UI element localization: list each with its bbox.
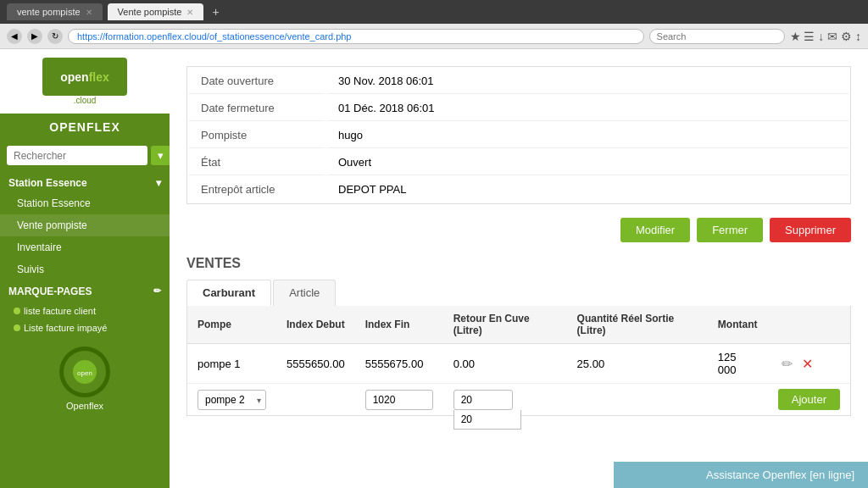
tab-2[interactable]: Vente pompiste ✕ [108, 3, 204, 20]
info-row-pompiste: Pompiste hugo [189, 123, 849, 148]
pompe-select-wrapper: pompe 1 pompe 2 pompe 3 ▾ [198, 390, 266, 410]
add-ajouter-cell: Ajouter [768, 384, 850, 416]
sidebar-search-input[interactable] [7, 146, 147, 165]
back-button[interactable]: ◀ [7, 29, 22, 44]
col-index-fin: Index Fin [355, 306, 443, 344]
bookmark-dot-1 [14, 308, 20, 314]
main-content: Date ouverture 30 Nov. 2018 06:01 Date f… [170, 49, 868, 488]
table-header-row: Pompe Index Debut Index Fin Retour En Cu… [187, 306, 850, 344]
add-montant-cell [708, 384, 768, 416]
sidebar-item-inventaire[interactable]: Inventaire [0, 236, 170, 258]
add-row: pompe 1 pompe 2 pompe 3 ▾ [187, 384, 850, 416]
retour-input-wrapper: 20 [453, 390, 513, 410]
browser-search-input[interactable] [649, 29, 785, 44]
sidebar-item-suivis[interactable]: Suivis [0, 258, 170, 280]
station-essence-section[interactable]: Station Essence ▾ [0, 170, 170, 192]
col-index-debut: Index Debut [276, 306, 355, 344]
ventes-title: VENTES [186, 256, 851, 271]
browser-nav-icons: ★ ☰ ↓ ✉ ⚙ ↕ [790, 30, 861, 43]
logo-cloud-text: .cloud [74, 96, 97, 105]
col-pompe: Pompe [187, 306, 276, 344]
tab-close-2[interactable]: ✕ [186, 8, 193, 17]
openflex-circle: open [59, 347, 110, 397]
refresh-button[interactable]: ↻ [47, 29, 63, 44]
tab-carburant[interactable]: Carburant [186, 280, 271, 306]
logo-image: openflex [42, 58, 127, 96]
edit-bookmarks-icon[interactable]: ✏ [153, 286, 161, 297]
tab-article[interactable]: Article [273, 280, 336, 306]
ventes-table-wrapper: Pompe Index Debut Index Fin Retour En Cu… [186, 306, 851, 416]
row-index-fin: 5555675.00 [355, 344, 443, 384]
index-fin-input[interactable] [365, 390, 433, 410]
browser-nav-bar: ◀ ▶ ↻ https://formation.openflex.cloud/o… [0, 24, 868, 49]
info-row-entrepot: Entrepôt article DEPOT PPAL [189, 177, 849, 202]
bookmark-facture-impaye[interactable]: Liste facture impayé [0, 319, 170, 336]
new-tab-button[interactable]: + [212, 5, 219, 19]
row-quantite: 25.00 [567, 344, 708, 384]
info-row-etat: État Ouvert [189, 150, 849, 175]
ajouter-button[interactable]: Ajouter [778, 389, 840, 410]
bookmark-dot-2 [14, 324, 20, 331]
col-retour: Retour En Cuve (Litre) [443, 306, 567, 344]
fermer-button[interactable]: Fermer [697, 218, 763, 242]
col-quantite: Quantité Réel Sortie (Litre) [567, 306, 708, 344]
info-row-date-ouverture: Date ouverture 30 Nov. 2018 06:01 [189, 69, 849, 94]
sidebar: openflex .cloud OPENFLEX ▾ Station Essen… [0, 49, 170, 488]
action-buttons: Modifier Fermer Supprimer [186, 218, 851, 242]
tab-close-1[interactable]: ✕ [86, 8, 92, 17]
sidebar-search-button[interactable]: ▾ [151, 146, 170, 165]
sidebar-item-station-essence[interactable]: Station Essence [0, 192, 170, 214]
row-action-btns: ✏ ✕ [768, 344, 850, 384]
row-retour: 0.00 [443, 344, 567, 384]
sidebar-search-area: ▾ [0, 141, 170, 170]
sidebar-bottom-logo: open Openflex [0, 336, 170, 421]
sidebar-item-vente-pompiste[interactable]: Vente pompiste [0, 214, 170, 236]
openflex-circle-inner: open [64, 351, 106, 393]
retour-input[interactable] [453, 390, 513, 410]
assistance-bar[interactable]: Assistance Openflex [en ligne] [614, 462, 868, 488]
svg-text:open: open [77, 369, 92, 377]
autocomplete-item-20[interactable]: 20 [454, 410, 520, 429]
browser-chrome: vente pompiste ✕ Vente pompiste ✕ + ◀ ▶ … [0, 0, 868, 49]
row-montant: 125 000 [708, 344, 768, 384]
supprimer-button[interactable]: Supprimer [770, 218, 851, 242]
ventes-tabs: Carburant Article [186, 280, 851, 306]
autocomplete-dropdown: 20 [453, 410, 521, 430]
modifier-button[interactable]: Modifier [620, 218, 690, 242]
add-quantite-cell [567, 384, 708, 416]
add-index-fin-cell [355, 384, 443, 416]
sidebar-logo: openflex .cloud [0, 49, 170, 114]
pompe-select[interactable]: pompe 1 pompe 2 pompe 3 [198, 390, 266, 410]
forward-button[interactable]: ▶ [27, 29, 42, 44]
row-pompe: pompe 1 [187, 344, 276, 384]
add-index-debut-cell [276, 384, 355, 416]
table-row: pompe 1 5555650.00 5555675.00 0.00 25.00… [187, 344, 850, 384]
info-row-date-fermeture: Date fermeture 01 Déc. 2018 06:01 [189, 96, 849, 121]
col-actions [768, 306, 850, 344]
add-pompe-cell: pompe 1 pompe 2 pompe 3 ▾ [187, 384, 276, 416]
add-retour-cell: 20 [443, 384, 567, 416]
sidebar-title: OPENFLEX [0, 114, 170, 141]
url-bar[interactable]: https://formation.openflex.cloud/of_stat… [68, 29, 644, 44]
openflex-bottom-label: Openflex [66, 401, 103, 411]
bookmark-liste-facture[interactable]: liste facture client [0, 302, 170, 319]
edit-row-button[interactable]: ✏ [778, 354, 796, 374]
row-index-debut: 5555650.00 [276, 344, 355, 384]
col-montant: Montant [708, 306, 768, 344]
browser-tab-bar: vente pompiste ✕ Vente pompiste ✕ + [0, 0, 868, 24]
tab-1[interactable]: vente pompiste ✕ [7, 3, 103, 20]
info-table: Date ouverture 30 Nov. 2018 06:01 Date f… [186, 66, 851, 204]
section-arrow: ▾ [156, 177, 161, 189]
delete-row-button[interactable]: ✕ [798, 354, 816, 374]
marque-pages-section: MARQUE-PAGES ✏ [0, 280, 170, 302]
ventes-table: Pompe Index Debut Index Fin Retour En Cu… [187, 306, 850, 415]
